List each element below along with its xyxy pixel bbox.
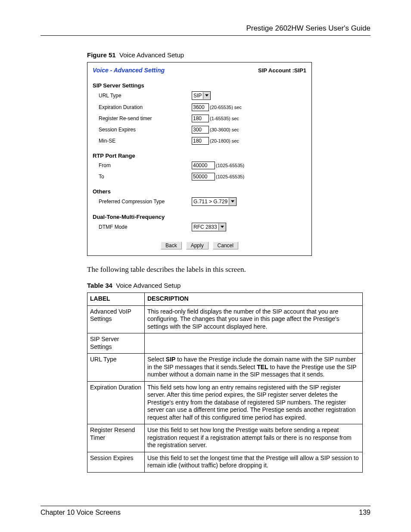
- rtp-from-label: From: [99, 162, 192, 168]
- rtp-to-label: To: [99, 174, 192, 180]
- section-others-heading: Others: [93, 188, 306, 195]
- chevron-down-icon: [203, 92, 210, 99]
- url-type-select[interactable]: SIP: [192, 91, 211, 100]
- table-row: URL Type Select SIP to have the Prestige…: [87, 354, 363, 382]
- cell-desc: Use this field to set how long the Prest…: [145, 424, 363, 452]
- compression-type-select[interactable]: G.711 > G.729: [192, 197, 237, 206]
- register-resend-range: (1-65535) sec: [210, 116, 239, 121]
- register-resend-input[interactable]: [192, 115, 209, 122]
- table-row: Expiration Duration This field sets how …: [87, 381, 363, 424]
- page-footer: Chapter 10 Voice Screens 139: [40, 506, 371, 516]
- rtp-from-input[interactable]: [192, 162, 215, 169]
- back-button[interactable]: Back: [161, 242, 182, 249]
- section-dtmf-heading: Dual-Tone-Multi-Frequency: [93, 214, 306, 220]
- footer-chapter: Chapter 10 Voice Screens: [40, 509, 121, 516]
- cell-desc: This read-only field displays the number…: [145, 305, 363, 333]
- cell-label: Expiration Duration: [87, 381, 145, 424]
- footer-page-number: 139: [359, 509, 371, 516]
- figure-title: Voice Advanced Setup: [119, 51, 184, 59]
- chevron-down-icon: [218, 224, 226, 230]
- url-type-label: URL Type: [99, 93, 192, 99]
- expiration-duration-range: (20-65535) sec: [210, 105, 242, 110]
- cell-label: SIP Server Settings: [87, 333, 145, 354]
- cell-label: Advanced VoIP Settings: [87, 305, 145, 333]
- dtmf-mode-select[interactable]: RFC 2833: [192, 223, 226, 231]
- section-rtp-heading: RTP Port Range: [93, 152, 306, 159]
- chevron-down-icon: [229, 198, 236, 205]
- header-rule: [40, 35, 371, 36]
- min-se-input[interactable]: [192, 137, 209, 145]
- table-label: Table 34: [87, 282, 112, 289]
- description-table: LABEL DESCRIPTION Advanced VoIP Settings…: [87, 292, 363, 473]
- session-expires-label: Session Expires: [99, 127, 192, 133]
- expiration-duration-label: Expiration Duration: [99, 104, 192, 110]
- min-se-range: (20-1800) sec: [210, 138, 239, 143]
- table-header-row: LABEL DESCRIPTION: [87, 293, 363, 306]
- section-sip-heading: SIP Server Settings: [93, 82, 306, 89]
- table-caption: Table 34 Voice Advanced Setup: [87, 282, 371, 289]
- cell-label: Session Expires: [87, 452, 145, 472]
- cell-desc: Select SIP to have the Prestige include …: [145, 354, 363, 382]
- footer-rule: [40, 506, 371, 506]
- figure-caption: Figure 51 Voice Advanced Setup: [87, 51, 371, 59]
- svg-marker-1: [231, 200, 234, 202]
- expiration-duration-input[interactable]: [192, 103, 209, 111]
- cell-label: URL Type: [87, 354, 145, 382]
- cell-desc: This field sets how long an entry remain…: [145, 381, 363, 424]
- cell-desc: Use this field to set the longest time t…: [145, 452, 363, 472]
- session-expires-input[interactable]: [192, 126, 209, 134]
- cell-label: Register Resend Timer: [87, 424, 145, 452]
- col-header-label: LABEL: [87, 293, 145, 306]
- table-title: Voice Advanced Setup: [116, 282, 181, 289]
- header-guide-title: Prestige 2602HW Series User's Guide: [40, 24, 371, 33]
- table-row: Advanced VoIP Settings This read-only fi…: [87, 305, 363, 333]
- table-row: SIP Server Settings: [87, 333, 363, 354]
- cancel-button[interactable]: Cancel: [213, 242, 238, 249]
- register-resend-label: Register Re-send timer: [99, 115, 192, 121]
- voice-advanced-dialog: Voice - Advanced Setting SIP Account :SI…: [87, 62, 312, 256]
- svg-marker-2: [221, 226, 224, 228]
- dtmf-mode-label: DTMF Mode: [99, 224, 192, 230]
- session-expires-range: (30-3600) sec: [210, 127, 239, 132]
- rtp-from-range: (1025-65535): [216, 163, 244, 168]
- compression-type-label: Preferred Compression Type: [99, 199, 192, 205]
- svg-marker-0: [205, 94, 209, 96]
- cell-desc: [145, 333, 363, 354]
- apply-button[interactable]: Apply: [186, 242, 209, 249]
- min-se-label: Min-SE: [99, 138, 192, 144]
- table-row: Session Expires Use this field to set th…: [87, 452, 363, 472]
- dialog-title: Voice - Advanced Setting: [93, 67, 165, 74]
- table-row: Register Resend Timer Use this field to …: [87, 424, 363, 452]
- figure-label: Figure 51: [87, 51, 116, 59]
- col-header-description: DESCRIPTION: [145, 293, 363, 306]
- rtp-to-input[interactable]: [192, 173, 215, 180]
- dialog-sip-account: SIP Account :SIP1: [258, 67, 306, 74]
- rtp-to-range: (1025-65535): [216, 174, 244, 179]
- body-paragraph: The following table describes the labels…: [87, 265, 371, 274]
